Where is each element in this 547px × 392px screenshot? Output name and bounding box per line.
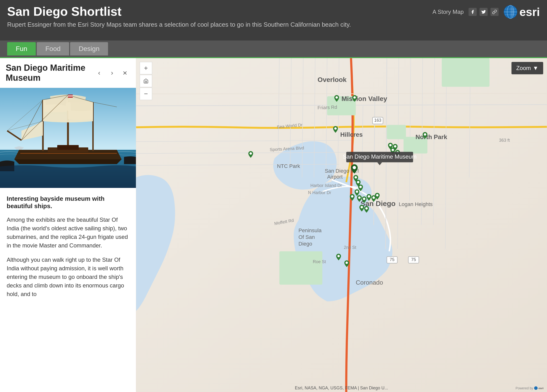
svg-point-103 bbox=[346, 261, 348, 264]
next-button[interactable]: › bbox=[107, 68, 117, 78]
svg-point-102 bbox=[337, 255, 340, 257]
svg-text:San Diego Maritime Museum: San Diego Maritime Museum bbox=[343, 153, 417, 160]
svg-text:Airport: Airport bbox=[327, 174, 343, 180]
story-map-label: A Story Map bbox=[432, 9, 464, 15]
svg-point-96 bbox=[363, 198, 365, 200]
map-attribution: Esri, NASA, NGA, USGS, FEMA | San Diego … bbox=[136, 385, 547, 391]
app-subtitle: Rupert Essinger from the Esri Story Maps… bbox=[7, 21, 540, 28]
facebook-icon[interactable] bbox=[469, 8, 477, 16]
svg-point-84 bbox=[394, 145, 396, 148]
svg-point-82 bbox=[249, 153, 252, 155]
svg-rect-22 bbox=[68, 94, 73, 95]
svg-point-91 bbox=[357, 181, 359, 183]
svg-text:North Park: North Park bbox=[415, 133, 447, 140]
ship-image bbox=[0, 88, 136, 188]
svg-rect-20 bbox=[57, 145, 79, 150]
zoom-label: Zoom bbox=[516, 65, 531, 72]
svg-point-94 bbox=[351, 195, 353, 198]
svg-text:363 ft: 363 ft bbox=[499, 138, 510, 143]
svg-text:N Harbor Dr: N Harbor Dr bbox=[308, 190, 331, 195]
map-area[interactable]: Overlook Mission Valley Hillcres North P… bbox=[136, 58, 547, 392]
zoom-in-button[interactable]: + bbox=[140, 62, 152, 74]
tab-design[interactable]: Design bbox=[70, 42, 108, 55]
svg-text:75: 75 bbox=[411, 257, 416, 262]
powered-by-label: Powered by bbox=[515, 386, 533, 390]
esri-watermark: Powered by esri bbox=[515, 386, 545, 391]
svg-point-83 bbox=[389, 144, 391, 146]
detail-panel: San Diego Maritime Museum ‹ › × bbox=[0, 58, 136, 392]
svg-point-95 bbox=[358, 196, 361, 199]
svg-point-90 bbox=[355, 176, 357, 179]
panel-title: San Diego Maritime Museum bbox=[6, 63, 94, 83]
svg-text:Roe St: Roe St bbox=[313, 259, 326, 264]
svg-point-98 bbox=[372, 196, 375, 199]
header-right: A Story Map esri bbox=[432, 5, 540, 19]
svg-point-104 bbox=[424, 133, 426, 135]
svg-text:Harbor Island Dr: Harbor Island Dr bbox=[310, 183, 342, 188]
svg-text:Mission Valley: Mission Valley bbox=[342, 95, 387, 102]
panel-image bbox=[0, 88, 136, 188]
svg-text:Coronado: Coronado bbox=[356, 279, 383, 286]
social-icons bbox=[469, 8, 499, 16]
esri-globe-icon bbox=[503, 5, 518, 19]
svg-point-93 bbox=[356, 191, 358, 193]
svg-point-92 bbox=[359, 186, 362, 188]
close-button[interactable]: × bbox=[120, 68, 130, 78]
esri-watermark-logo: esri bbox=[534, 386, 545, 391]
main-content: San Diego Maritime Museum ‹ › × bbox=[0, 58, 547, 392]
svg-text:Logan Heights: Logan Heights bbox=[399, 201, 432, 207]
svg-point-79 bbox=[335, 96, 338, 99]
link-icon[interactable] bbox=[491, 8, 499, 16]
svg-rect-47 bbox=[387, 125, 406, 139]
esri-logo: esri bbox=[503, 5, 540, 19]
svg-text:Of San: Of San bbox=[299, 234, 315, 240]
svg-text:Diego: Diego bbox=[299, 241, 312, 247]
description-bold: Interesting bayside museum with beautifu… bbox=[7, 195, 129, 210]
svg-text:esri: esri bbox=[538, 386, 543, 390]
zoom-dropdown-icon: ▼ bbox=[533, 65, 538, 72]
svg-point-99 bbox=[376, 194, 378, 196]
svg-text:75: 75 bbox=[390, 257, 394, 262]
attribution-text: Esri, NASA, NGA, USGS, FEMA | San Diego … bbox=[295, 385, 388, 390]
svg-point-81 bbox=[334, 127, 337, 130]
nav-buttons: ‹ › × bbox=[94, 68, 130, 78]
esri-text-label: esri bbox=[520, 6, 540, 19]
svg-point-85 bbox=[391, 149, 394, 151]
svg-text:NTC Park: NTC Park bbox=[277, 163, 301, 169]
description-para2: Although you can walk right up to the St… bbox=[7, 256, 129, 299]
tab-fun[interactable]: Fun bbox=[7, 42, 36, 55]
svg-rect-49 bbox=[442, 58, 490, 87]
svg-text:Friars Rd: Friars Rd bbox=[317, 104, 337, 110]
svg-point-105 bbox=[534, 386, 538, 390]
home-button[interactable] bbox=[140, 75, 152, 87]
svg-point-87 bbox=[353, 166, 356, 169]
svg-point-100 bbox=[361, 206, 363, 208]
description-para1: Among the exhibits are the beautiful Sta… bbox=[7, 216, 129, 250]
svg-text:2nd St: 2nd St bbox=[344, 245, 356, 250]
app-header: San Diego Shortlist Rupert Essinger from… bbox=[0, 0, 547, 40]
panel-header: San Diego Maritime Museum ‹ › × bbox=[0, 58, 136, 88]
twitter-icon[interactable] bbox=[479, 8, 488, 16]
zoom-control[interactable]: Zoom ▼ bbox=[512, 62, 543, 74]
svg-rect-23 bbox=[68, 95, 73, 96]
map-svg: Overlook Mission Valley Hillcres North P… bbox=[136, 58, 547, 392]
svg-point-101 bbox=[365, 207, 368, 210]
svg-text:163: 163 bbox=[374, 118, 381, 123]
zoom-out-button[interactable]: − bbox=[140, 88, 152, 100]
prev-button[interactable]: ‹ bbox=[94, 68, 104, 78]
svg-rect-24 bbox=[68, 96, 73, 97]
svg-text:Hillcres: Hillcres bbox=[340, 131, 363, 138]
tabs-bar: Fun Food Design bbox=[0, 40, 547, 58]
svg-rect-50 bbox=[280, 251, 322, 285]
svg-text:Overlook: Overlook bbox=[318, 76, 347, 83]
tab-food[interactable]: Food bbox=[37, 42, 69, 55]
svg-point-97 bbox=[368, 195, 370, 198]
panel-description: Interesting bayside museum with beautifu… bbox=[0, 188, 136, 311]
svg-text:Peninsula: Peninsula bbox=[299, 227, 322, 233]
svg-point-80 bbox=[353, 96, 356, 99]
map-controls: + − bbox=[140, 62, 152, 100]
